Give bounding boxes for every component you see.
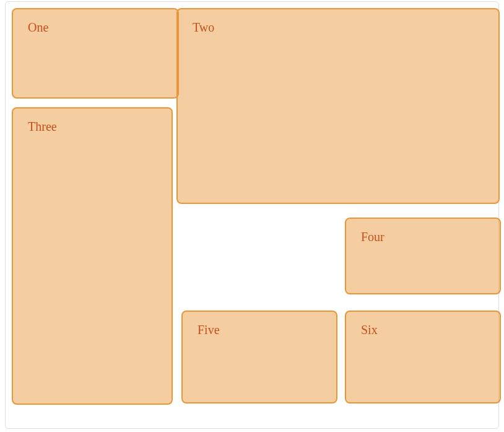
box-five-label: Five (198, 323, 220, 337)
box-three-label: Three (28, 120, 57, 133)
box-one-label: One (28, 20, 48, 34)
box-four: Four (345, 218, 501, 294)
box-six: Six (345, 311, 501, 403)
box-one: One (12, 8, 179, 99)
box-two-label: Two (193, 20, 214, 34)
box-six-label: Six (361, 323, 378, 337)
box-five: Five (181, 311, 337, 403)
layout-container: One Two Three Four Five Six (5, 1, 499, 429)
box-three: Three (12, 107, 173, 405)
box-two: Two (176, 8, 500, 204)
box-four-label: Four (361, 230, 385, 244)
